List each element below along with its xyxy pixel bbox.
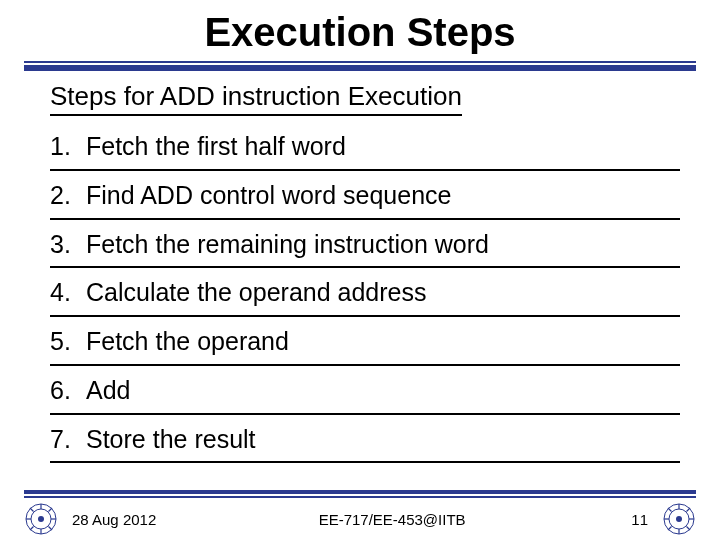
svg-line-6 — [30, 508, 34, 512]
step-text: Find ADD control word sequence — [86, 181, 451, 209]
institution-logo-icon — [24, 502, 58, 536]
list-item: Fetch the first half word — [50, 122, 680, 171]
svg-point-21 — [676, 516, 682, 522]
list-item: Store the result — [50, 415, 680, 464]
list-item: Add — [50, 366, 680, 415]
svg-line-7 — [49, 527, 53, 531]
steps-list: Fetch the first half word Find ADD contr… — [50, 122, 680, 463]
list-item: Find ADD control word sequence — [50, 171, 680, 220]
step-text: Fetch the remaining instruction word — [86, 230, 489, 258]
section-heading: Steps for ADD instruction Execution — [50, 81, 462, 116]
slide: Execution Steps Steps for ADD instructio… — [0, 10, 720, 540]
content-area: Steps for ADD instruction Execution Fetc… — [0, 81, 720, 463]
list-item: Calculate the operand address — [50, 268, 680, 317]
institution-logo-icon — [662, 502, 696, 536]
svg-line-8 — [30, 527, 34, 531]
svg-line-20 — [686, 508, 690, 512]
list-item: Fetch the remaining instruction word — [50, 220, 680, 269]
step-text: Add — [86, 376, 130, 404]
svg-line-9 — [49, 508, 53, 512]
step-text: Fetch the operand — [86, 327, 289, 355]
step-text: Store the result — [86, 425, 256, 453]
slide-title: Execution Steps — [0, 10, 720, 55]
footer-course-code: EE-717/EE-453@IITB — [319, 511, 466, 528]
slide-number: 11 — [628, 511, 648, 528]
svg-point-10 — [38, 516, 44, 522]
svg-line-17 — [668, 508, 672, 512]
footer: 28 Aug 2012 EE-717/EE-453@IITB 11 — [0, 490, 720, 540]
footer-date: 28 Aug 2012 — [72, 511, 156, 528]
step-text: Fetch the first half word — [86, 132, 346, 160]
svg-line-18 — [686, 527, 690, 531]
list-item: Fetch the operand — [50, 317, 680, 366]
step-text: Calculate the operand address — [86, 278, 427, 306]
title-divider — [24, 61, 696, 71]
footer-divider — [24, 490, 696, 498]
svg-line-19 — [668, 527, 672, 531]
